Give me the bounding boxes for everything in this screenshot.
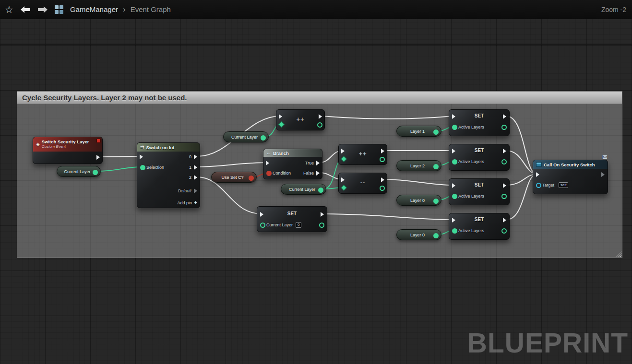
data-out-pin[interactable] [93,170,98,175]
value-in-pin[interactable] [452,228,457,234]
exec-true-pin[interactable] [316,161,320,165]
exec-out-pin[interactable] [503,149,506,153]
exec-out-pin[interactable] [503,183,506,188]
value-in-pin[interactable] [452,125,457,130]
selection-label: Selection [146,164,164,170]
exec-in-pin[interactable] [341,177,345,182]
condition-pin[interactable] [266,171,272,176]
node-header: ← Branch [263,149,322,157]
value-out-pin[interactable] [319,223,324,228]
forward-button[interactable] [37,6,48,13]
value-out-pin[interactable] [501,194,507,199]
node-branch[interactable]: ← Branch Condition True False [263,149,322,179]
node-increment-2[interactable]: ++ [338,144,387,165]
exec-out-pin[interactable] [381,149,384,153]
exec-out-pin[interactable] [503,114,506,119]
switch-icon: ⇉ [140,145,144,150]
variable-pill-layer-1[interactable]: Layer 1 [396,126,441,137]
target-pin[interactable] [536,183,541,188]
data-out-pin[interactable] [261,135,266,141]
pill-label: Current Layer [64,169,90,174]
exec-in-pin[interactable] [452,218,455,223]
exec-in-pin[interactable] [452,149,455,153]
node-set-active-layers-3[interactable]: SET Active Layers [449,178,510,205]
data-out-pin[interactable] [433,199,439,204]
exec-in-pin[interactable] [341,149,345,153]
exec-in-pin[interactable] [452,114,455,119]
branch-icon: ← [266,151,271,155]
data-out-pin[interactable] [433,129,439,135]
grid-origin-line [0,44,632,45]
exec-out-1-pin[interactable] [194,165,197,170]
exec-out-pin[interactable] [381,177,384,182]
exec-out-pin[interactable] [503,218,506,223]
breadcrumb-current: Event Graph [131,5,171,13]
add-pin-label: Add pin [177,200,192,206]
value-out-pin[interactable] [501,228,507,234]
node-set-active-layers-4[interactable]: SET Active Layers [449,213,510,240]
exec-out-0-pin[interactable] [194,154,197,159]
blueprint-watermark: BLUEPRINT [467,327,628,359]
target-value: self [559,182,568,188]
value-out-pin[interactable] [501,125,507,130]
exec-in-pin[interactable] [266,161,269,165]
value-out-pin[interactable] [501,159,507,164]
exec-in-pin[interactable] [140,154,143,159]
exec-in-pin[interactable] [536,172,539,177]
exec-out-pin[interactable] [96,155,100,160]
exec-out-pin[interactable] [319,114,322,119]
node-call-on-security-switch[interactable]: ✉ Call On Security Switch Target self [533,160,608,194]
variable-pill-layer-0[interactable]: Layer 0 [396,195,441,206]
variable-pill-use-set-c[interactable]: Use Set C? [211,172,257,183]
node-title: -- [339,179,387,186]
exec-out-pin[interactable] [601,172,605,177]
pin-label: Active Layers [458,228,484,234]
variable-pill-current-layer[interactable]: Current Layer [281,184,326,195]
comment-title[interactable]: Cycle Security Layers. Layer 2 may not b… [17,91,622,104]
node-title: SET [449,182,509,188]
condition-label: Condition [273,170,291,176]
node-title: SET [449,113,509,118]
value-in-pin[interactable] [260,223,265,228]
value-in-pin[interactable] [452,194,457,199]
value-input[interactable]: 0 [296,222,301,228]
exec-out-default-pin[interactable] [194,188,197,193]
node-title: ++ [339,150,387,157]
node-set-active-layers-1[interactable]: SET Active Layers [449,109,510,136]
pill-label: Layer 0 [410,198,425,203]
data-out-pin[interactable] [249,176,254,181]
pin-label: Active Layers [458,193,484,199]
exec-out-pin[interactable] [321,212,324,217]
exec-in-pin[interactable] [260,212,263,217]
data-out-pin[interactable] [433,233,439,238]
favorite-star-icon[interactable]: ☆ [5,5,13,14]
data-out-pin[interactable] [433,164,439,169]
exec-in-pin[interactable] [279,114,282,119]
value-out-pin[interactable] [380,186,385,191]
node-title: Branch [273,151,289,156]
variable-pill-current-layer[interactable]: Current Layer [223,131,269,142]
node-set-current-layer[interactable]: SET Current Layer 0 [257,206,327,232]
out-2-label: 2 [189,175,191,180]
selection-pin[interactable] [140,165,145,170]
node-increment-1[interactable]: ++ [276,109,325,130]
value-out-pin[interactable] [380,157,385,162]
value-out-pin[interactable] [317,122,322,128]
variable-pill-layer-2[interactable]: Layer 2 [396,160,441,171]
breadcrumb-root[interactable]: GameManager [70,5,118,13]
back-button[interactable] [20,6,31,13]
node-set-active-layers-2[interactable]: SET Active Layers [449,144,510,171]
node-decrement[interactable]: -- [338,173,387,194]
exec-in-pin[interactable] [452,183,455,188]
data-out-pin[interactable] [318,188,323,193]
variable-pill-layer-0[interactable]: Layer 0 [396,229,441,240]
variable-pill-current-layer[interactable]: Current Layer [57,166,101,177]
exec-false-pin[interactable] [316,171,320,176]
value-in-pin[interactable] [452,159,457,164]
dispatcher-icon [536,162,542,167]
node-custom-event[interactable]: ◈ Switch Security Layer Custom Event [33,137,103,164]
add-pin-icon[interactable]: + [194,200,197,205]
event-graph-canvas[interactable]: Cycle Security Layers. Layer 2 may not b… [0,0,632,364]
exec-out-2-pin[interactable] [194,175,197,180]
node-switch-on-int[interactable]: ⇉ Switch on Int Selection 0 1 2 Default … [137,142,200,208]
